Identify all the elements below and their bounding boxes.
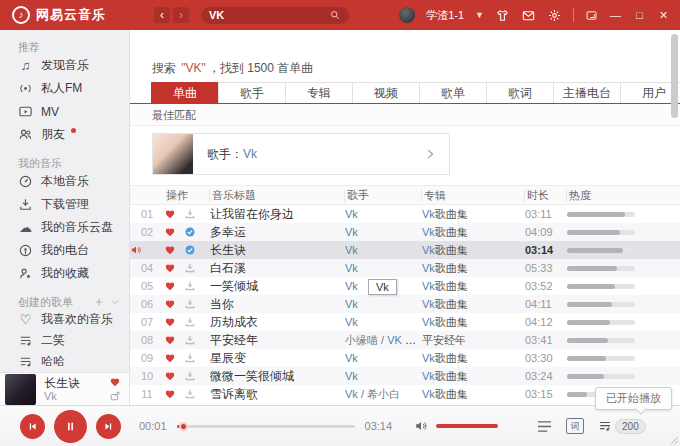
- song-title[interactable]: 白石溪: [210, 260, 345, 277]
- artist-link[interactable]: Vk: [345, 208, 358, 220]
- volume-speaker-icon[interactable]: [414, 419, 428, 433]
- album-link[interactable]: Vk: [422, 280, 435, 292]
- tab-videos[interactable]: 视频: [352, 82, 420, 105]
- sidebar-item-private-fm[interactable]: 私人FM: [0, 77, 129, 100]
- now-playing-title[interactable]: 长生诀: [44, 376, 109, 390]
- like-heart-icon[interactable]: [164, 388, 176, 400]
- album-link[interactable]: Vk: [422, 352, 435, 364]
- user-name[interactable]: 学渣1-1: [426, 8, 464, 23]
- artist-link[interactable]: Vk: [345, 226, 358, 238]
- artist-link[interactable]: Vk: [345, 352, 358, 364]
- best-match-artist-card[interactable]: 歌手：Vk: [152, 133, 450, 175]
- search-input[interactable]: VK: [201, 7, 349, 24]
- song-album[interactable]: 平安经年: [422, 333, 525, 348]
- song-album[interactable]: Vk歌曲集: [422, 207, 525, 222]
- search-keyword[interactable]: "VK": [181, 61, 206, 75]
- like-heart-icon[interactable]: [164, 226, 176, 238]
- mail-icon[interactable]: [521, 8, 536, 23]
- song-row[interactable]: 10微微一笑很倾城VkVk歌曲集03:24: [130, 367, 680, 385]
- now-playing-cover[interactable]: [5, 374, 36, 405]
- downloaded-check-icon[interactable]: [184, 226, 196, 238]
- song-title[interactable]: 雪诉离歌: [210, 386, 345, 403]
- maximize-button[interactable]: □: [633, 10, 646, 21]
- sidebar-item-cloud-disk[interactable]: ☁我的音乐云盘: [0, 216, 129, 239]
- download-icon[interactable]: [184, 388, 196, 400]
- song-row[interactable]: 07历劫成衣VkVk歌曲集04:12: [130, 313, 680, 331]
- sidebar-item-my-collection[interactable]: 我的收藏: [0, 262, 129, 285]
- download-icon[interactable]: [184, 370, 196, 382]
- like-heart-icon[interactable]: [164, 280, 176, 292]
- download-icon[interactable]: [184, 262, 196, 274]
- sidebar-item-playlist-haha[interactable]: 哈哈: [0, 351, 129, 372]
- song-row[interactable]: 06当你VkVk歌曲集04:11: [130, 295, 680, 313]
- playlist-panel-button[interactable]: 200: [597, 419, 646, 434]
- album-link[interactable]: Vk: [422, 262, 435, 274]
- download-icon[interactable]: [184, 280, 196, 292]
- lyrics-toggle-icon[interactable]: 词: [566, 418, 584, 434]
- pause-button[interactable]: [54, 410, 87, 443]
- download-icon[interactable]: [184, 334, 196, 346]
- sidebar-item-friends[interactable]: 朋友: [0, 123, 129, 146]
- like-heart-icon[interactable]: [164, 370, 176, 382]
- song-title[interactable]: 微微一笑很倾城: [210, 368, 345, 385]
- album-link[interactable]: Vk: [422, 226, 435, 238]
- tab-artists[interactable]: 歌手: [218, 82, 286, 105]
- artist-link[interactable]: VK: [387, 334, 402, 346]
- like-heart-icon[interactable]: [164, 316, 176, 328]
- user-menu-chevron-down-icon[interactable]: ▼: [475, 10, 484, 20]
- song-title[interactable]: 长生诀: [210, 242, 345, 259]
- sidebar-item-liked-music[interactable]: ♡我喜欢的音乐: [0, 309, 129, 330]
- like-heart-icon[interactable]: [164, 244, 176, 256]
- artist-link[interactable]: Vk: [345, 316, 358, 328]
- album-link[interactable]: Vk: [422, 298, 435, 310]
- song-row[interactable]: 01让我留在你身边VkVk歌曲集03:11: [130, 205, 680, 223]
- artist-link[interactable]: Vk: [345, 280, 358, 292]
- song-row[interactable]: 08平安经年小缘喵 / VK / 封茗…平安经年03:41: [130, 331, 680, 349]
- volume-slider[interactable]: [436, 424, 498, 428]
- song-album[interactable]: Vk歌曲集: [422, 261, 525, 276]
- download-icon[interactable]: [184, 316, 196, 328]
- resize-grip[interactable]: [670, 436, 679, 445]
- tab-lyrics[interactable]: 歌词: [486, 82, 554, 105]
- tab-playlists[interactable]: 歌单: [419, 82, 487, 105]
- progress-slider[interactable]: [177, 425, 355, 428]
- tab-songs[interactable]: 单曲: [151, 82, 219, 105]
- forward-button[interactable]: ›: [173, 7, 189, 23]
- song-row[interactable]: 09星辰变VkVk歌曲集03:30: [130, 349, 680, 367]
- share-icon[interactable]: [109, 390, 121, 402]
- like-heart-icon[interactable]: [164, 208, 176, 220]
- artist-link[interactable]: Vk: [345, 370, 358, 382]
- minimize-button[interactable]: —: [609, 10, 622, 21]
- album-link[interactable]: Vk: [422, 316, 435, 328]
- song-album[interactable]: Vk歌曲集: [422, 225, 525, 240]
- now-playing-bar[interactable]: 长生诀 Vk: [0, 372, 130, 405]
- song-album[interactable]: Vk歌曲集: [422, 315, 525, 330]
- song-title[interactable]: 星辰变: [210, 350, 345, 367]
- song-title[interactable]: 多幸运: [210, 224, 345, 241]
- album-link[interactable]: Vk: [422, 208, 435, 220]
- back-button[interactable]: ‹: [154, 7, 170, 23]
- song-title[interactable]: 历劫成衣: [210, 314, 345, 331]
- sidebar-item-download-manager[interactable]: 下载管理: [0, 193, 129, 216]
- add-playlist-icon[interactable]: [93, 296, 105, 308]
- song-album[interactable]: Vk歌曲集: [422, 279, 525, 294]
- artist-link[interactable]: Vk: [345, 244, 358, 256]
- download-icon[interactable]: [184, 352, 196, 364]
- next-track-button[interactable]: [96, 414, 121, 439]
- progress-knob[interactable]: [179, 422, 188, 431]
- vertical-scrollbar[interactable]: [671, 34, 678, 118]
- sidebar-item-my-radio[interactable]: 我的电台: [0, 239, 129, 262]
- album-link[interactable]: Vk: [422, 388, 435, 400]
- song-album[interactable]: Vk歌曲集: [422, 351, 525, 366]
- theme-shirt-icon[interactable]: [495, 8, 510, 23]
- song-title[interactable]: 平安经年: [210, 332, 345, 349]
- song-title[interactable]: 一笑倾城: [210, 278, 345, 295]
- mini-mode-icon[interactable]: [585, 9, 598, 22]
- play-mode-list-icon[interactable]: [536, 420, 553, 433]
- like-heart-icon[interactable]: [164, 298, 176, 310]
- song-title[interactable]: 当你: [210, 296, 345, 313]
- now-playing-artist[interactable]: Vk: [44, 390, 109, 403]
- album-link[interactable]: Vk: [422, 244, 435, 256]
- sidebar-item-discover-music[interactable]: ♫发现音乐: [0, 54, 129, 77]
- song-row[interactable]: 02多幸运VkVk歌曲集04:09: [130, 223, 680, 241]
